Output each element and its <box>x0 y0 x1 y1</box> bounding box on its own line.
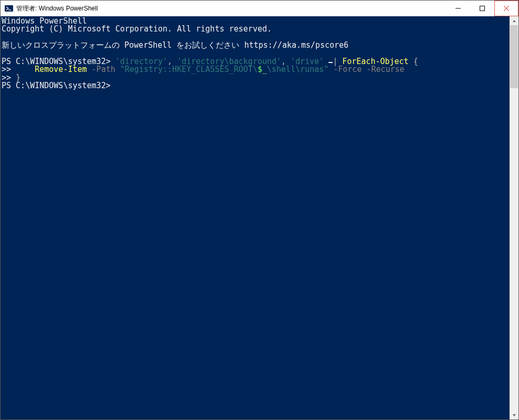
vertical-scrollbar[interactable] <box>510 16 518 419</box>
window-title: 管理者: Windows PowerShell <box>16 4 98 13</box>
spb <box>115 65 120 74</box>
param-force: -Force <box>333 65 362 74</box>
scroll-track[interactable] <box>510 25 518 411</box>
prompt-2: PS C:\WINDOWS\system32> <box>2 81 111 90</box>
remove-item-cmdlet: Remove-Item <box>35 65 87 74</box>
reg-var: $_ <box>258 65 267 74</box>
param-path: -Path <box>92 65 115 74</box>
cursor-icon <box>329 62 333 63</box>
reg-prefix: Registry::HKEY_CLASSES_ROOT\ <box>125 65 258 74</box>
client-area: Windows PowerShell Copyright (C) Microso… <box>1 16 518 419</box>
close-button[interactable] <box>494 1 518 16</box>
powershell-icon <box>5 4 13 13</box>
indent <box>11 65 35 74</box>
spc <box>329 65 333 74</box>
maximize-button[interactable] <box>470 1 494 16</box>
svg-rect-1 <box>480 6 485 11</box>
titlebar[interactable]: 管理者: Windows PowerShell <box>1 1 518 16</box>
param-recurse: -Recurse <box>366 65 404 74</box>
spa <box>87 65 92 74</box>
scroll-thumb[interactable] <box>510 25 518 88</box>
reg-suffix: \shell\runas <box>267 65 324 74</box>
brace-open: { <box>414 57 418 66</box>
banner-line-2: Copyright (C) Microsoft Corporation. All… <box>2 24 272 34</box>
scroll-down-button[interactable] <box>510 411 518 419</box>
terminal-output[interactable]: Windows PowerShell Copyright (C) Microso… <box>1 16 510 419</box>
sp3 <box>409 57 414 66</box>
reg-q2: " <box>324 65 329 74</box>
powershell-window: 管理者: Windows PowerShell Windows PowerShe… <box>0 0 519 420</box>
pscore-hint: 新しいクロスプラットフォームの PowerShell をお試しください http… <box>2 40 348 50</box>
reg-q1: " <box>120 65 125 74</box>
minimize-button[interactable] <box>446 1 470 16</box>
scroll-up-button[interactable] <box>510 16 518 25</box>
